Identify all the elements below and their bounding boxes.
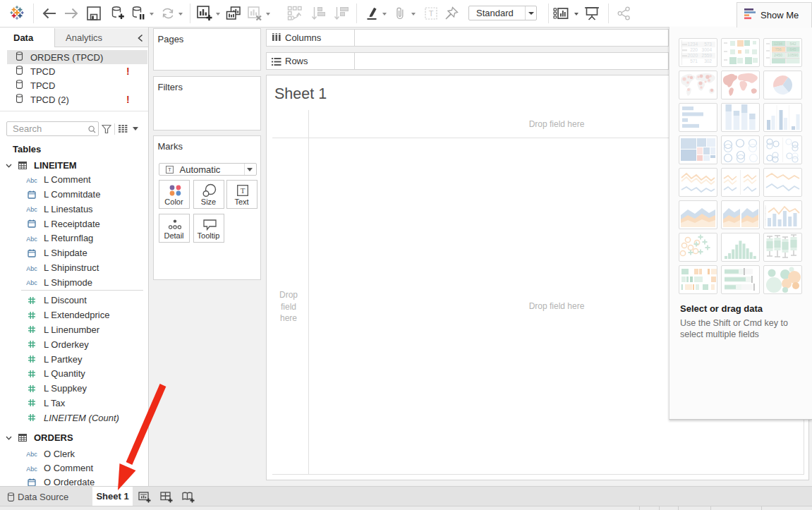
svg-text:T: T — [240, 186, 245, 195]
svg-text:1234: 1234 — [688, 42, 698, 47]
svg-text:571: 571 — [690, 59, 698, 63]
svg-text:10590: 10590 — [787, 53, 798, 57]
svg-text:573: 573 — [704, 42, 712, 47]
svg-text:756: 756 — [775, 47, 781, 51]
svg-text:302: 302 — [704, 59, 712, 63]
svg-text:3004: 3004 — [702, 47, 713, 52]
svg-text:Abc: Abc — [26, 279, 37, 286]
svg-text:T: T — [429, 9, 434, 18]
svg-text:220: 220 — [690, 47, 698, 52]
svg-text:542: 542 — [789, 42, 796, 46]
svg-text:1234: 1234 — [774, 42, 782, 46]
svg-text:2020: 2020 — [688, 53, 698, 58]
svg-text:Abc: Abc — [26, 235, 37, 242]
svg-text:T: T — [168, 166, 171, 173]
svg-text:2450: 2450 — [774, 53, 782, 57]
svg-text:Abc: Abc — [26, 176, 37, 183]
svg-text:2559: 2559 — [702, 53, 713, 58]
svg-text:Abc: Abc — [26, 465, 37, 472]
svg-text:Abc: Abc — [26, 265, 37, 272]
svg-text:Abc: Abc — [26, 206, 37, 213]
svg-text:Abc: Abc — [26, 451, 37, 458]
svg-text:645: 645 — [789, 47, 796, 51]
